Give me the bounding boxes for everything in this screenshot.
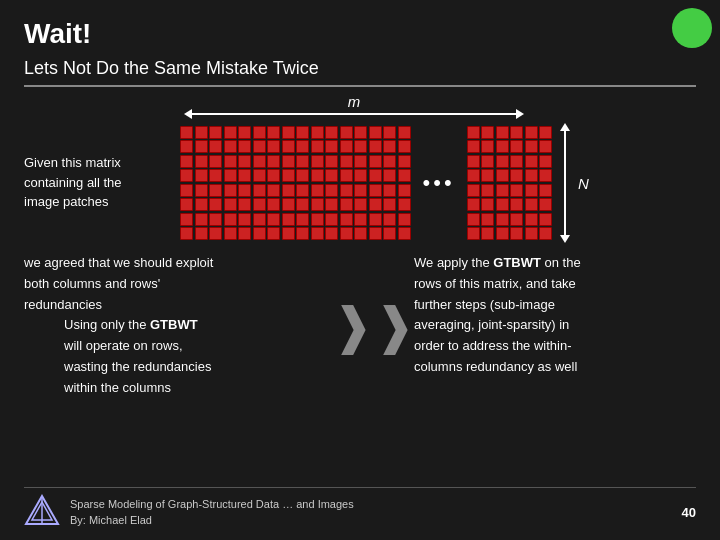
matrix2-cell xyxy=(539,169,552,182)
chevron-arrow-icon: ❱❱ xyxy=(332,301,416,351)
matrix1-cell xyxy=(253,126,266,139)
matrix1-cell xyxy=(311,184,324,197)
matrix2-cell xyxy=(510,140,523,153)
matrix1-cell xyxy=(224,169,237,182)
matrix1-cell xyxy=(311,155,324,168)
matrix1-cell xyxy=(238,198,251,211)
matrix2-cell xyxy=(510,169,523,182)
matrix1-cell xyxy=(224,227,237,240)
matrix1-cell xyxy=(398,227,411,240)
matrix1-cell xyxy=(253,140,266,153)
matrix1-cell xyxy=(224,213,237,226)
matrix1-cell xyxy=(195,155,208,168)
v-arrow-bottom xyxy=(560,235,570,243)
v-arrow-shaft xyxy=(564,131,566,235)
matrix2-cell xyxy=(525,213,538,226)
matrix1-cell xyxy=(325,155,338,168)
matrix1-cell xyxy=(195,184,208,197)
matrix1-cell xyxy=(340,155,353,168)
matrix1-cell xyxy=(325,169,338,182)
matrix1-cell xyxy=(195,126,208,139)
matrix1-cell xyxy=(209,155,222,168)
matrix1-cell xyxy=(267,169,280,182)
matrix1-cell xyxy=(398,198,411,211)
matrix2-cell xyxy=(481,227,494,240)
matrix1-cell xyxy=(296,155,309,168)
footer-line2: By: Michael Elad xyxy=(70,514,152,526)
right-line1: We apply the GTBWT on the xyxy=(414,255,581,270)
matrix1-cell xyxy=(369,140,382,153)
matrix1-cell xyxy=(224,184,237,197)
matrix1-cell xyxy=(238,184,251,197)
matrix2-cell xyxy=(525,184,538,197)
matrix1-cell xyxy=(311,213,324,226)
right-text-block: We apply the GTBWT on the rows of this m… xyxy=(414,253,696,399)
matrix1-cell xyxy=(180,198,193,211)
matrix1-cell xyxy=(209,184,222,197)
matrix1-cell xyxy=(180,126,193,139)
matrix1-cell xyxy=(383,169,396,182)
matrix2-cell xyxy=(467,184,480,197)
matrix1-cell xyxy=(209,169,222,182)
matrix2-cell xyxy=(539,213,552,226)
matrix2-cell xyxy=(525,126,538,139)
matrix2-cell xyxy=(510,227,523,240)
gtbwt-bold1: GTBWT xyxy=(150,317,198,332)
arrow-shaft xyxy=(192,113,516,115)
matrix1-cell xyxy=(325,140,338,153)
matrix1-cell xyxy=(354,213,367,226)
matrix1 xyxy=(180,126,411,241)
right-line5: order to address the within- xyxy=(414,338,572,353)
matrix1-cell xyxy=(253,198,266,211)
slide-title: Wait! xyxy=(24,18,696,50)
green-circle-decoration xyxy=(672,8,712,48)
gtbwt-bold2: GTBWT xyxy=(493,255,541,270)
footer-left: Sparse Modeling of Graph-Structured Data… xyxy=(24,494,354,530)
matrix1-cell xyxy=(340,169,353,182)
matrix1-cell xyxy=(311,169,324,182)
matrix1-cell xyxy=(325,198,338,211)
below-matrix-area: we agreed that we should exploit both co… xyxy=(24,253,696,399)
matrix1-cell xyxy=(209,213,222,226)
indent-line1: Using only the GTBWT xyxy=(64,317,198,332)
footer-text-block: Sparse Modeling of Graph-Structured Data… xyxy=(70,496,354,529)
matrix1-cell xyxy=(180,184,193,197)
matrix1-cell xyxy=(282,126,295,139)
slide-subtitle: Lets Not Do the Same Mistake Twice xyxy=(24,58,696,87)
matrix1-cell xyxy=(325,126,338,139)
matrix2-cell xyxy=(496,155,509,168)
matrix1-cell xyxy=(238,227,251,240)
page-number: 40 xyxy=(682,505,696,520)
matrix2-cell xyxy=(467,169,480,182)
matrix2-cell xyxy=(539,126,552,139)
matrix1-cell xyxy=(296,213,309,226)
matrix1-cell xyxy=(354,169,367,182)
matrix2-cell xyxy=(481,198,494,211)
matrix1-cell xyxy=(180,227,193,240)
matrix1-cell xyxy=(340,184,353,197)
matrix1-cell xyxy=(267,198,280,211)
m-arrow-line xyxy=(184,109,524,119)
footer-line1: Sparse Modeling of Graph-Structured Data… xyxy=(70,498,354,510)
matrix1-cell xyxy=(296,227,309,240)
matrix2-cell xyxy=(496,227,509,240)
right-arrow-container: ❱❱ xyxy=(344,253,404,399)
matrix1-cell xyxy=(340,126,353,139)
matrix1-cell xyxy=(224,155,237,168)
matrix1-cell xyxy=(267,140,280,153)
matrix1-cell xyxy=(238,126,251,139)
matrix2-cell xyxy=(481,169,494,182)
matrix2-cell xyxy=(496,140,509,153)
content-area: m Given this matrix containing all the i… xyxy=(24,95,696,399)
right-line3: further steps (sub-image xyxy=(414,297,555,312)
given-matrix-text: Given this matrix xyxy=(24,155,121,170)
matrix1-cell xyxy=(311,126,324,139)
matrix1-cell xyxy=(238,213,251,226)
matrix1-cell xyxy=(369,184,382,197)
slide: Wait! Lets Not Do the Same Mistake Twice… xyxy=(0,0,720,540)
matrix2-cell xyxy=(467,155,480,168)
matrix1-cell xyxy=(195,198,208,211)
matrix1-cell xyxy=(369,169,382,182)
matrix1-cell xyxy=(383,213,396,226)
matrix1-cell xyxy=(383,184,396,197)
